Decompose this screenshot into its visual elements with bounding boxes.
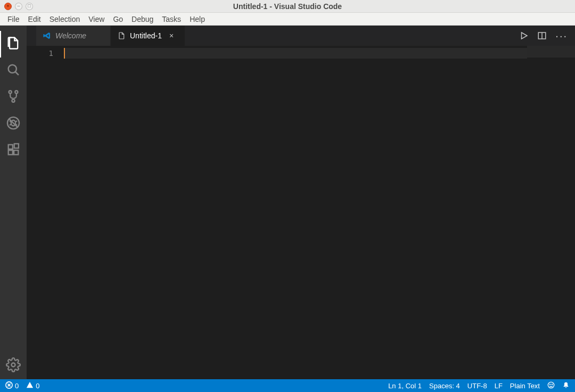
activity-settings[interactable] (0, 353, 27, 379)
svg-marker-17 (522, 32, 528, 39)
svg-rect-12 (9, 145, 13, 149)
more-actions-button[interactable]: ··· (555, 34, 568, 38)
editor-body[interactable]: 1 (27, 46, 575, 379)
errors-count: 0 (15, 382, 19, 390)
svg-point-25 (552, 384, 552, 385)
status-eol[interactable]: LF (495, 382, 503, 390)
activity-bar (0, 26, 27, 379)
file-icon (117, 31, 126, 40)
status-errors[interactable]: 0 (5, 381, 19, 390)
menu-view[interactable]: View (84, 14, 109, 24)
window-minimize-button[interactable]: – (15, 3, 22, 10)
line-gutter: 1 (27, 46, 64, 379)
extensions-icon (6, 142, 21, 159)
tab-label: Untitled-1 (130, 31, 162, 40)
svg-point-16 (12, 363, 15, 367)
window-maximize-button[interactable]: □ (26, 3, 33, 10)
activity-source-control[interactable] (0, 84, 27, 111)
window-titlebar: × – □ Untitled-1 - Visual Studio Code (0, 0, 575, 13)
activity-search[interactable] (0, 58, 27, 84)
window-title: Untitled-1 - Visual Studio Code (233, 2, 342, 11)
activity-extensions[interactable] (0, 137, 27, 164)
current-line-highlight (64, 48, 527, 59)
menu-file[interactable]: File (3, 14, 24, 24)
menu-debug[interactable]: Debug (127, 14, 158, 24)
svg-rect-15 (14, 144, 19, 148)
split-editor-button[interactable] (537, 31, 547, 40)
split-icon (537, 31, 547, 40)
activity-debug[interactable] (0, 111, 27, 137)
smiley-icon (547, 381, 555, 390)
menu-edit[interactable]: Edit (24, 14, 45, 24)
menu-selection[interactable]: Selection (45, 14, 85, 24)
window-close-button[interactable]: × (4, 3, 12, 10)
svg-point-0 (9, 65, 17, 73)
line-number: 1 (27, 48, 64, 59)
branch-icon (6, 89, 21, 106)
files-icon (6, 36, 21, 53)
window-controls: × – □ (0, 3, 33, 10)
svg-line-10 (10, 124, 11, 125)
minimap-viewport[interactable] (527, 46, 575, 58)
status-encoding[interactable]: UTF-8 (467, 382, 487, 390)
vscode-icon (43, 31, 51, 40)
svg-rect-14 (14, 150, 18, 154)
activity-explorer[interactable] (0, 31, 27, 58)
svg-line-9 (15, 121, 17, 122)
text-cursor (64, 48, 65, 59)
minimap[interactable] (527, 46, 575, 379)
close-icon[interactable]: × (169, 31, 174, 40)
editor-toolbar: ··· (519, 26, 575, 46)
bug-icon (6, 116, 21, 133)
tab-untitled-1[interactable]: Untitled-1 × (111, 26, 185, 46)
menu-tasks[interactable]: Tasks (158, 14, 185, 24)
svg-point-3 (15, 91, 18, 93)
workbench: Welcome Untitled-1 × (0, 26, 575, 379)
bell-icon (562, 381, 570, 390)
search-icon (6, 62, 21, 79)
play-icon (519, 31, 529, 40)
svg-point-2 (9, 91, 12, 93)
status-bar: 0 0 Ln 1, Col 1 Spaces: 4 UTF-8 LF Plain… (0, 379, 575, 392)
status-language[interactable]: Plain Text (510, 382, 540, 390)
svg-point-4 (12, 100, 14, 102)
svg-line-1 (15, 72, 19, 75)
status-indentation[interactable]: Spaces: 4 (429, 382, 460, 390)
run-button[interactable] (519, 31, 529, 40)
svg-line-8 (10, 121, 11, 122)
warning-icon (26, 381, 34, 390)
svg-point-23 (548, 382, 554, 388)
warnings-count: 0 (36, 382, 39, 390)
editor-tabs: Welcome Untitled-1 × (27, 26, 575, 46)
svg-point-24 (550, 384, 551, 385)
tab-welcome[interactable]: Welcome (36, 26, 111, 46)
svg-rect-13 (9, 150, 13, 154)
error-icon (5, 381, 13, 390)
status-notifications[interactable] (562, 381, 570, 390)
editor-area: Welcome Untitled-1 × (27, 26, 575, 379)
ellipsis-icon: ··· (555, 30, 568, 42)
status-warnings[interactable]: 0 (26, 381, 39, 390)
menu-help[interactable]: Help (185, 14, 209, 24)
status-line-col[interactable]: Ln 1, Col 1 (388, 382, 422, 390)
code-area[interactable] (64, 46, 527, 379)
tab-label: Welcome (55, 31, 86, 40)
menu-go[interactable]: Go (109, 14, 127, 24)
gear-icon (6, 357, 21, 374)
status-feedback[interactable] (547, 381, 555, 390)
svg-line-11 (15, 124, 17, 125)
menubar: File Edit Selection View Go Debug Tasks … (0, 13, 575, 26)
